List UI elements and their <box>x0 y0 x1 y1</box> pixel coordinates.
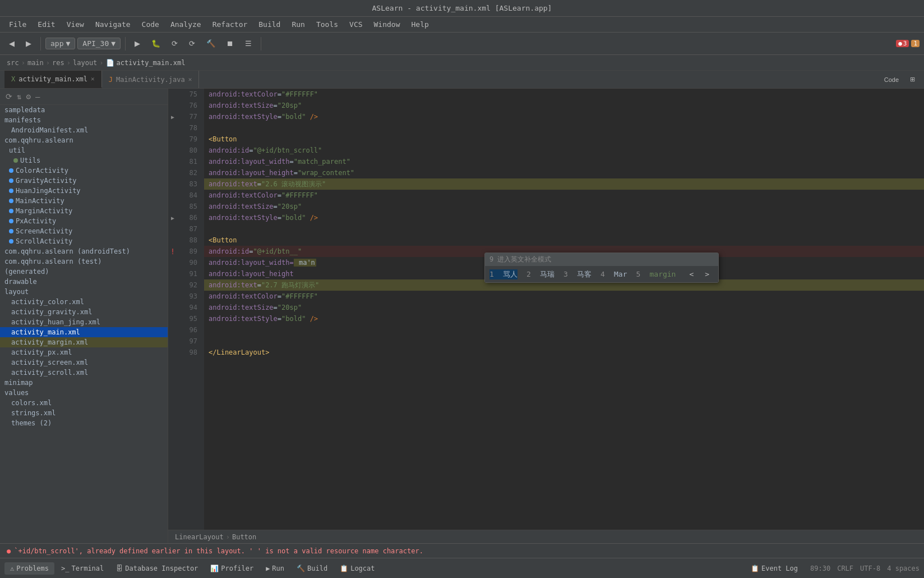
sidebar-item-strings[interactable]: strings.xml <box>0 408 168 418</box>
sidebar-item-scrollactivity[interactable]: ScrollActivity <box>0 236 168 246</box>
event-log-btn[interactable]: 📋 Event Log <box>745 562 803 575</box>
collapse-icon[interactable]: ⇅ <box>16 91 22 102</box>
forward-button[interactable]: ▶ <box>21 38 36 49</box>
problems-btn[interactable]: ⚠ Problems <box>4 562 54 575</box>
sidebar-item-mainactivity[interactable]: MainActivity <box>0 196 168 206</box>
tab-java-close[interactable]: ✕ <box>188 76 192 83</box>
sidebar-item-utils[interactable]: Utils <box>0 155 168 166</box>
linenum-76: 76 <box>182 100 200 111</box>
tab-xml[interactable]: X activity_main.xml ✕ <box>4 71 102 88</box>
bottom-breadcrumb-linearlayout[interactable]: LinearLayout <box>175 533 224 541</box>
breadcrumb-src[interactable]: src <box>7 59 19 67</box>
sidebar-item-activity-main[interactable]: activity_main.xml <box>0 327 168 337</box>
sidebar-item-pkgandroidtest[interactable]: com.qqhru.aslearn (androidTest) <box>0 246 168 256</box>
gutter-82 <box>168 167 177 178</box>
fold-77-icon[interactable]: ▶ <box>171 114 174 120</box>
build-tool-btn[interactable]: 🔨 Build <box>291 562 333 575</box>
sidebar-item-huanjing[interactable]: HuanJingActivity <box>0 186 168 196</box>
gradle-button[interactable]: ☰ <box>241 38 256 49</box>
sidebar-item-activity-huanjing[interactable]: activity_huan_jing.xml <box>0 317 168 327</box>
sidebar-item-activity-px[interactable]: activity_px.xml <box>0 347 168 357</box>
build-button[interactable]: 🔨 <box>202 38 220 49</box>
menu-view[interactable]: View <box>62 19 89 30</box>
sidebar-item-pxactivity[interactable]: PxActivity <box>0 216 168 226</box>
sync-icon[interactable]: ⟳ <box>4 91 13 102</box>
breadcrumb-layout[interactable]: layout <box>73 59 97 67</box>
autocomplete-item-4[interactable]: 4 Mar <box>600 270 627 278</box>
database-inspector-btn[interactable]: 🗄 Database Inspector <box>110 562 204 575</box>
fold-86-icon[interactable]: ▶ <box>171 215 174 221</box>
menu-window[interactable]: Window <box>369 19 405 30</box>
autocomplete-item-5[interactable]: 5 margin <box>636 270 676 278</box>
menu-vcs[interactable]: VCS <box>345 19 367 30</box>
menu-navigate[interactable]: Navigate <box>91 19 135 30</box>
breadcrumb-main[interactable]: main <box>27 59 44 67</box>
sidebar-item-layout[interactable]: layout <box>0 287 168 297</box>
tab-java[interactable]: J MainActivity.java ✕ <box>102 71 200 88</box>
sidebar-item-drawable[interactable]: drawable <box>0 277 168 287</box>
sidebar-item-marginactivity[interactable]: MarginActivity <box>0 206 168 216</box>
stop-button[interactable]: ⏹ <box>222 38 238 49</box>
sidebar-item-sampledata[interactable]: sampledata <box>0 105 168 115</box>
debug-button[interactable]: 🐛 <box>147 38 165 49</box>
sidebar-item-activity-color[interactable]: activity_color.xml <box>0 297 168 307</box>
sidebar-item-activity-margin[interactable]: activity_margin.xml <box>0 337 168 347</box>
sidebar-item-screenactivity[interactable]: ScreenActivity <box>0 226 168 236</box>
menu-analyze[interactable]: Analyze <box>166 19 206 30</box>
split-view-btn[interactable]: ⊞ <box>905 74 920 85</box>
menu-code[interactable]: Code <box>137 19 164 30</box>
sidebar-item-values[interactable]: values <box>0 388 168 398</box>
sidebar-item-pkgtest[interactable]: com.qqhru.aslearn (test) <box>0 256 168 267</box>
menu-refactor[interactable]: Refactor <box>208 19 252 30</box>
breadcrumb-file[interactable]: 📄 activity_main.xml <box>106 59 186 67</box>
sidebar-item-activity-screen[interactable]: activity_screen.xml <box>0 357 168 368</box>
api-selector[interactable]: API_30 ▼ <box>77 38 121 49</box>
sidebar-item-coloractivity[interactable]: ColorActivity <box>0 166 168 176</box>
menu-edit[interactable]: Edit <box>33 19 59 30</box>
code-lines[interactable]: android:textColor="#FFFFFF" android:text… <box>204 89 924 530</box>
menu-build[interactable]: Build <box>254 19 285 30</box>
autocomplete-item-2[interactable]: 2 马瑞 <box>526 269 555 279</box>
error-89-icon[interactable]: ! <box>170 247 175 256</box>
sidebar-item-androidmanifest[interactable]: AndroidManifest.xml <box>0 125 168 135</box>
breadcrumb-res[interactable]: res <box>52 59 64 67</box>
menu-file[interactable]: File <box>4 19 31 30</box>
settings-icon[interactable]: ⚙ <box>25 91 31 102</box>
run-tool-btn[interactable]: ▶ Run <box>260 562 290 575</box>
sidebar-item-minimap[interactable]: minimap <box>0 378 168 388</box>
scroll-dot-icon <box>9 239 13 244</box>
minimize-icon[interactable]: — <box>34 91 41 102</box>
autocomplete-next-btn[interactable]: > <box>700 268 714 280</box>
autocomplete-prev-btn[interactable]: < <box>685 268 698 280</box>
back-button[interactable]: ◀ <box>4 38 19 49</box>
sidebar-item-activity-gravity[interactable]: activity_gravity.xml <box>0 307 168 317</box>
sidebar-item-manifests[interactable]: manifests <box>0 115 168 125</box>
menu-tools[interactable]: Tools <box>312 19 343 30</box>
autocomplete-popup[interactable]: 9 进入英文补全模式 1 骂人 2 马瑞 <box>484 253 719 283</box>
linenum-87: 87 <box>182 223 200 235</box>
menu-help[interactable]: Help <box>407 19 433 30</box>
menu-run[interactable]: Run <box>287 19 309 30</box>
app-selector[interactable]: app ▼ <box>45 38 75 49</box>
autocomplete-item-3[interactable]: 3 马客 <box>563 269 592 279</box>
warn-badge: 1 <box>911 40 920 47</box>
terminal-btn[interactable]: >_ Terminal <box>56 562 109 575</box>
sidebar-item-colors[interactable]: colors.xml <box>0 398 168 408</box>
sidebar-item-generated[interactable]: (generated) <box>0 267 168 277</box>
sidebar-item-themes[interactable]: themes (2) <box>0 418 168 428</box>
sync-button[interactable]: ⟳ <box>167 38 182 49</box>
bottom-breadcrumb-button[interactable]: Button <box>232 533 256 541</box>
autocomplete-item-1[interactable]: 1 骂人 <box>489 269 518 279</box>
sync2-button[interactable]: ⟳ <box>184 38 200 49</box>
sidebar-item-gravityactivity[interactable]: GravityActivity <box>0 176 168 186</box>
sidebar-item-pkg[interactable]: com.qqhru.aslearn <box>0 135 168 145</box>
profiler-btn[interactable]: 📊 Profiler <box>205 562 259 575</box>
code-view-btn[interactable]: Code <box>880 75 903 85</box>
autocomplete-text-5: margin <box>649 270 676 278</box>
indent-display: 4 spaces <box>887 565 920 572</box>
tab-xml-close[interactable]: ✕ <box>91 75 95 82</box>
sidebar-item-util[interactable]: util <box>0 145 168 155</box>
sidebar-item-activity-scroll[interactable]: activity_scroll.xml <box>0 368 168 378</box>
logcat-btn[interactable]: 📋 Logcat <box>334 562 380 575</box>
run-button[interactable]: ▶ <box>130 38 145 49</box>
